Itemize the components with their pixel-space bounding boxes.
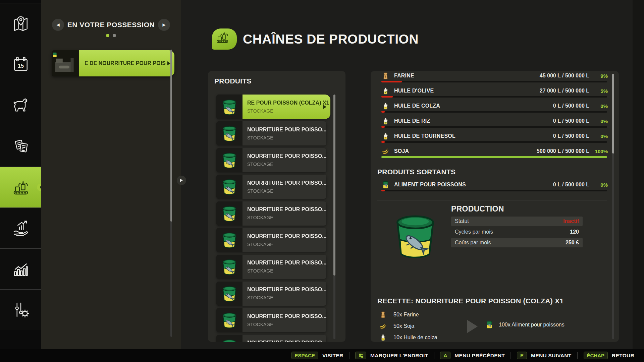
fill-level-bar	[381, 81, 607, 82]
possession-scrollbar[interactable]	[170, 50, 172, 337]
fill-level-value	[381, 111, 385, 113]
settings-icon	[11, 300, 31, 320]
possession-panel: ◀ EN VOTRE POSSESSION ▶ E DE NOURRITURE …	[41, 0, 181, 349]
good-percent: 0%	[590, 182, 608, 187]
good-percent: 0%	[590, 103, 608, 109]
product-subtitle: STOCKAGE	[247, 295, 326, 300]
key-hint[interactable]: ↹ MARQUER L'ENDROIT	[349, 352, 434, 359]
good-amount: 27 000 L / 500 000 L	[540, 88, 589, 94]
soybean-icon	[381, 147, 390, 156]
owned-item-label: E DE NOURRITURE POUR POIS	[79, 50, 174, 76]
fill-level-bar	[381, 156, 607, 158]
key-hint[interactable]: E MENU SUIVANT	[511, 352, 577, 359]
recipe-inputs-list: 50x Farine 50x Soja 10x Huile de colza	[379, 309, 437, 342]
map-icon	[11, 14, 31, 34]
recipe-input-text: 10x Huile de colza	[393, 335, 437, 341]
sidebar-item-contracts[interactable]	[0, 126, 41, 167]
products-scrollbar[interactable]	[333, 95, 335, 339]
scrollbar-thumb[interactable]	[333, 95, 335, 276]
product-item[interactable]: NOURRITURE POUR POISSO... STOCKAGE	[216, 282, 324, 306]
animals-icon	[11, 96, 31, 116]
stat-value: Inactif	[563, 218, 579, 224]
product-item[interactable]: NOURRITURE POUR POISSO... STOCKAGE	[216, 175, 324, 199]
owned-item-name: E DE NOURRITURE POUR POIS	[85, 60, 166, 66]
good-amount: 45 000 L / 500 000 L	[540, 73, 589, 79]
sidebar-item-settings[interactable]	[0, 289, 41, 330]
product-subtitle: STOCKAGE	[247, 188, 326, 194]
recipe-input-row: 50x Farine	[379, 309, 437, 320]
stat-value: 120	[570, 229, 579, 235]
product-item[interactable]: NOURRITURE POUR POISSO... STOCKAGE	[216, 201, 324, 226]
outputs-heading: PRODUITS SORTANTS	[377, 168, 455, 176]
left-arrow-icon: ◀	[56, 22, 59, 27]
recipe-input-text: 50x Farine	[393, 312, 419, 318]
sidebar-item-production[interactable]	[0, 167, 41, 207]
possession-prev-button[interactable]: ◀	[52, 19, 64, 31]
product-title: RE POUR POISSON (COLZA) X1	[247, 100, 322, 106]
product-item[interactable]: NOURRITURE POUR POISSO... STOCKAGE	[216, 255, 324, 279]
good-percent: 5%	[590, 88, 608, 94]
input-good-row: HUILE DE RIZ 0 L / 500 000 L 0%	[371, 113, 619, 128]
possession-next-button[interactable]: ▶	[158, 19, 170, 31]
fish-food-bag-icon	[381, 181, 390, 189]
product-item[interactable]: NOURRITURE POUR POISSO... STOCKAGE	[216, 335, 324, 342]
fill-level-bar	[381, 111, 607, 113]
details-scrollbar[interactable]	[612, 74, 614, 339]
product-subtitle: STOCKAGE	[247, 215, 326, 220]
fill-level-value	[381, 141, 385, 143]
good-name: HUILE DE COLZA	[394, 103, 440, 109]
input-good-row: FARINE 45 000 L / 500 000 L 9%	[371, 71, 619, 83]
input-goods-list: FARINE 45 000 L / 500 000 L 9% HUILE D'O…	[371, 71, 619, 159]
good-name: ALIMENT POUR POISSONS	[394, 182, 466, 188]
production-stats-table: Statut Inactif Cycles par mois 120 Coûts…	[451, 217, 583, 249]
production-heading: PRODUCTION	[451, 204, 504, 214]
page-dot[interactable]	[106, 34, 109, 37]
product-subtitle: STOCKAGE	[247, 322, 326, 327]
product-item[interactable]: NOURRITURE POUR POISSO... STOCKAGE	[216, 148, 324, 172]
recipe-output-row: 100x Aliment pour poissons	[485, 320, 565, 329]
section-divider	[377, 200, 607, 200]
product-subtitle: STOCKAGE	[247, 268, 326, 274]
good-name: FARINE	[394, 73, 414, 79]
key-cap: ESPACE	[291, 352, 319, 359]
key-hint[interactable]: ÉCHAP RETOUR	[577, 352, 640, 359]
owned-production-item[interactable]: E DE NOURRITURE POUR POIS	[52, 50, 165, 76]
fill-level-bar	[381, 141, 607, 143]
sidebar-item-statistics[interactable]	[0, 248, 41, 289]
fill-level-bar	[381, 96, 607, 98]
good-amount: 0 L / 500 000 L	[553, 182, 589, 188]
sidebar-item-map[interactable]	[0, 3, 41, 44]
good-name: HUILE D'OLIVE	[394, 88, 434, 94]
production-icon	[11, 177, 31, 197]
product-item-selected[interactable]: RE POUR POISSON (COLZA) X1 STOCKAGE	[216, 95, 324, 119]
stat-label: Coûts par mois	[455, 240, 491, 246]
product-title: NOURRITURE POUR POISSO...	[247, 287, 326, 293]
key-action-label: MENU SUIVANT	[531, 353, 571, 359]
expand-panel-button[interactable]	[177, 176, 186, 185]
scrollbar-thumb[interactable]	[170, 50, 172, 222]
product-item[interactable]: NOURRITURE POUR POISSO... STOCKAGE	[216, 228, 324, 252]
sidebar-item-calendar[interactable]: 15	[0, 44, 41, 85]
product-title: NOURRITURE POUR POISSO...	[247, 340, 326, 342]
sidebar-item-animals[interactable]	[0, 85, 41, 126]
recipe-output-text: 100x Aliment pour poissons	[499, 322, 565, 328]
sidebar-item-finances[interactable]	[0, 207, 41, 248]
key-hint[interactable]: A MENU PRÉCÉDENT	[434, 352, 511, 359]
fish-food-bucket-image	[390, 209, 440, 263]
factory-thumbnail	[52, 50, 79, 76]
canola-oil-jug-icon	[379, 334, 387, 342]
product-item[interactable]: NOURRITURE POUR POISSO... STOCKAGE	[216, 121, 324, 145]
product-item[interactable]: NOURRITURE POUR POISSO... STOCKAGE	[216, 308, 324, 332]
key-hint[interactable]: ESPACE VISITER	[286, 352, 349, 359]
canola-oil-jug-icon	[381, 102, 390, 110]
fish-food-bucket-thumbnail	[216, 228, 243, 252]
scrollbar-thumb[interactable]	[612, 74, 614, 154]
fill-level-value	[381, 126, 385, 128]
product-title: NOURRITURE POUR POISSO...	[247, 153, 326, 159]
product-title: NOURRITURE POUR POISSO...	[247, 313, 326, 319]
fish-food-bag-icon	[485, 320, 494, 329]
page-dot[interactable]	[113, 34, 116, 37]
calendar-icon: 15	[11, 55, 31, 75]
key-action-label: RETOUR	[612, 353, 634, 359]
key-cap: E	[517, 352, 527, 359]
